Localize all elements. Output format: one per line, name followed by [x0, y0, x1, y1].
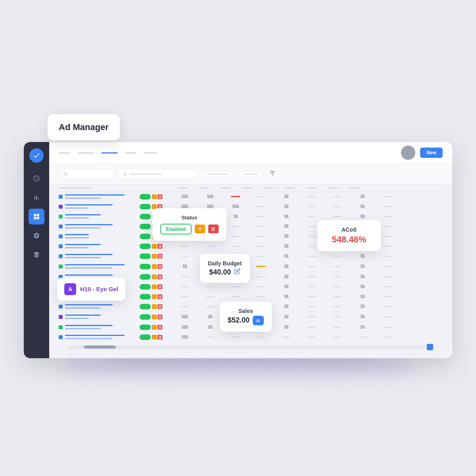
sales-title: Sales	[228, 308, 264, 314]
sales-value: $52.00	[228, 316, 250, 324]
cell-val: $$	[198, 325, 222, 329]
filter-pill-2[interactable]	[237, 171, 263, 177]
clock-icon	[33, 175, 40, 182]
chart-icon	[33, 194, 40, 201]
table-row: 🗑 $$ $$	[59, 251, 443, 261]
row-color	[59, 305, 63, 309]
row-color	[59, 335, 63, 339]
sidebar-item-settings[interactable]	[29, 228, 44, 244]
table-header	[59, 184, 443, 192]
scroll-thumb	[84, 345, 116, 349]
grid-icon	[33, 213, 40, 220]
ad-manager-title: Ad Manager	[59, 122, 109, 132]
status-card: Status Enabled 🗑	[152, 208, 226, 241]
cell-val: $$	[274, 294, 298, 299]
cell-val: $$	[274, 234, 298, 238]
cell-val: $$	[224, 214, 248, 219]
outer-wrapper: Ad Manager	[24, 142, 452, 358]
delete-button[interactable]: 🗑	[208, 225, 219, 233]
cell-val: $$$	[224, 204, 248, 209]
cell-val: $$	[274, 325, 298, 329]
table-row: 🗑 $$ $$	[59, 242, 443, 251]
daily-budget-value: $40.00	[209, 268, 231, 276]
table-row: 🗑 $$ $$ $$	[59, 261, 443, 272]
table-row: 🗑 $$$ $$$ $$$ $$ $$	[59, 202, 443, 212]
cell-val: $$	[274, 204, 298, 209]
cube-icon	[33, 251, 40, 258]
sales-card: Sales $52.00	[220, 301, 272, 332]
daily-budget-value-row: $40.00	[208, 268, 242, 276]
tab-1[interactable]	[59, 152, 70, 154]
tab-5[interactable]	[144, 152, 157, 154]
cell-val: $$	[274, 274, 298, 279]
filter-icon[interactable]	[269, 170, 276, 178]
pause-button[interactable]	[195, 225, 205, 233]
sidebar-item-clock[interactable]	[29, 171, 44, 186]
table-area: 🗑 $$$ $$$ $$ $$	[49, 184, 452, 358]
table-row: 🗑 $$$	[59, 332, 443, 342]
avatar	[401, 146, 415, 160]
sales-value-row: $52.00	[228, 316, 264, 325]
cell-val: $$	[351, 315, 374, 319]
logo-icon	[33, 152, 40, 159]
row-color	[59, 234, 63, 238]
filter-pill-1[interactable]	[202, 171, 233, 177]
sales-chart-button[interactable]	[253, 316, 264, 325]
cell-val: $$	[351, 194, 374, 199]
cell-val: $$$	[173, 194, 197, 199]
row-color	[59, 215, 63, 219]
cell-val: $$	[351, 214, 374, 219]
cell-val: $$	[351, 325, 374, 329]
tab-4[interactable]	[125, 152, 136, 154]
cell-val: $$$	[173, 315, 197, 319]
sidebar-item-grid[interactable]	[29, 209, 44, 225]
cell-val: $$	[351, 304, 374, 309]
tab-3-active[interactable]	[102, 152, 117, 154]
row-color	[59, 315, 63, 319]
table-row: 🗑 $$ $$	[59, 232, 443, 242]
cell-val: $$	[274, 194, 298, 199]
cell-val: $$	[274, 214, 298, 219]
edit-budget-button[interactable]	[234, 268, 240, 276]
row-color	[59, 225, 63, 228]
svg-rect-3	[199, 228, 200, 230]
cell-val: $$	[198, 315, 222, 319]
row-color	[59, 325, 63, 329]
app-logo[interactable]	[29, 148, 44, 163]
row-color	[59, 195, 63, 199]
cta-button[interactable]: New	[420, 148, 443, 158]
h10-product-card: A H10 - Eye Gel	[57, 278, 125, 301]
acos-card: ACoS 548.46%	[317, 220, 381, 251]
cell-val: $$	[274, 284, 298, 289]
status-enabled-row: Enabled 🗑	[160, 224, 219, 234]
search-box-1[interactable]	[59, 169, 114, 179]
scroll-right-btn[interactable]	[427, 344, 433, 350]
cell-val: $$	[351, 284, 374, 289]
horizontal-scrollbar[interactable]	[68, 345, 433, 349]
daily-budget-card: Daily Budget $40.00	[200, 254, 250, 283]
search-icon-2	[123, 172, 127, 177]
tab-2[interactable]	[78, 152, 94, 154]
table-row: 🗑 $$$ $$$ $$ $$ $$	[59, 212, 443, 222]
acos-value: 548.46%	[325, 234, 373, 245]
cell-val: $$	[274, 304, 298, 309]
cell-val: $$	[274, 224, 298, 228]
table-row: 🗑 $$ $$ $$	[59, 222, 443, 232]
cell-val: $$	[351, 294, 374, 299]
cell-val: $$	[351, 264, 374, 269]
h10-avatar: A	[64, 283, 76, 295]
sidebar-item-cube[interactable]	[29, 247, 44, 263]
search-box-2[interactable]	[118, 169, 198, 179]
ad-manager-card: Ad Manager	[48, 114, 120, 140]
status-card-title: Status	[160, 215, 219, 221]
sidebar	[24, 142, 49, 358]
enabled-badge[interactable]: Enabled	[160, 224, 192, 234]
cell-val: $$	[351, 254, 374, 258]
cell-val: $$	[274, 315, 298, 319]
cell-val: $$	[274, 264, 298, 269]
sidebar-item-chart[interactable]	[29, 190, 44, 205]
cell-val: $$	[274, 254, 298, 258]
top-bar: New	[49, 142, 452, 164]
settings-icon	[33, 232, 40, 239]
filter-bar	[49, 164, 452, 184]
